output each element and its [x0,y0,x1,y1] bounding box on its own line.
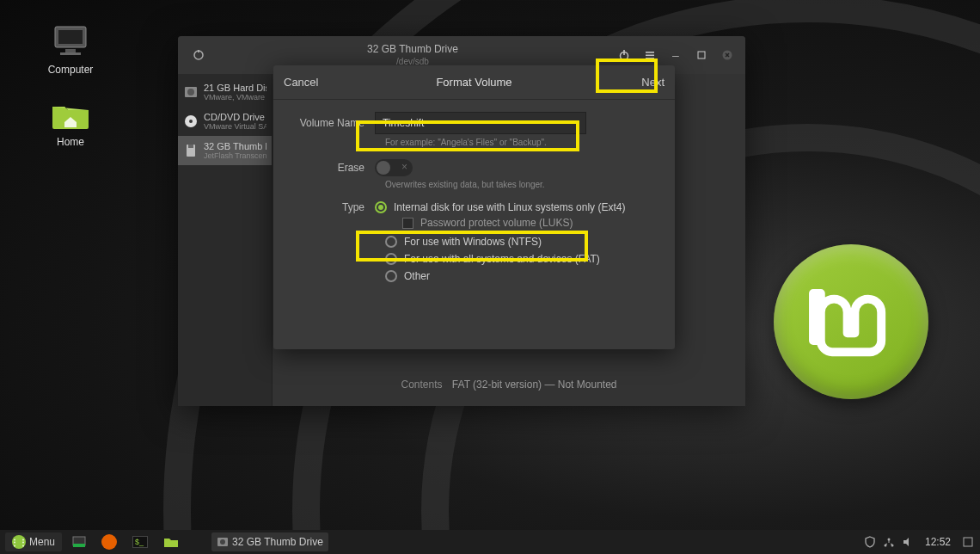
checkbox-luks[interactable] [402,218,413,229]
svg-point-22 [220,539,225,545]
firefox-launcher[interactable] [96,532,122,551]
hamburger-icon[interactable] [639,44,661,66]
close-icon[interactable] [716,44,738,66]
svg-rect-1 [58,30,83,44]
svg-point-16 [189,120,193,123]
contents-label: Contents [401,379,442,391]
terminal-launcher[interactable]: $_ [127,532,153,551]
mint-logo-wallpaper [774,244,928,399]
tray-session-icon[interactable] [961,535,975,549]
taskbar-entry-disks[interactable]: 32 GB Thumb Drive [211,532,328,551]
disc-icon [183,114,199,129]
desktop-icon-label: Home [57,136,84,148]
firefox-icon [101,534,117,550]
radio-ext4[interactable] [375,201,387,213]
computer-icon [50,24,91,60]
terminal-icon: $_ [132,536,148,548]
mint-menu-icon: ⋮⋮ [12,535,26,549]
desktop-icon [72,536,86,548]
disk-item-hdd[interactable]: 21 GB Hard DisVMware, VMware [178,77,272,107]
disk-sidebar: 21 GB Hard DisVMware, VMware CD/DVD Driv… [178,74,273,406]
svg-rect-20 [73,544,85,547]
hdd-icon [183,84,199,100]
dialog-title: Format Volume [352,76,596,89]
folder-home-icon [50,96,91,132]
svg-rect-18 [188,145,193,148]
power-icon[interactable] [613,44,635,66]
disks-icon [217,536,229,548]
radio-fat[interactable] [385,253,397,265]
svg-rect-8 [646,52,654,53]
svg-rect-11 [698,52,705,58]
volume-name-hint: For example: "Angela's Files" or "Backup… [385,138,658,147]
folder-icon [163,536,179,548]
disk-item-cdrom[interactable]: CD/DVD DriveVMware Virtual SA [178,107,272,136]
svg-rect-26 [964,538,972,546]
tray-shield-icon[interactable] [863,535,877,549]
volume-name-input[interactable] [375,112,586,134]
volume-name-label: Volume Name [291,117,375,129]
maximize-icon[interactable] [690,44,713,66]
svg-rect-9 [646,55,654,57]
radio-other[interactable] [385,270,397,282]
window-title: 32 GB Thumb Drive [212,43,613,57]
clock[interactable]: 12:52 [920,532,956,551]
app-menu-icon[interactable] [187,44,210,66]
option-other: Other [404,270,430,282]
svg-rect-7 [623,50,625,55]
tray-volume-icon[interactable] [901,535,915,549]
svg-rect-10 [646,58,654,59]
option-ext4: Internal disk for use with Linux systems… [394,201,625,213]
files-launcher[interactable] [158,532,184,551]
menu-button[interactable]: ⋮⋮ Menu [5,532,62,551]
desktop-icon-home[interactable]: Home [36,96,105,148]
show-desktop-button[interactable] [67,532,91,551]
svg-point-14 [187,89,194,95]
svg-rect-2 [65,49,76,52]
desktop-icon-computer[interactable]: Computer [36,24,105,76]
disk-item-thumb[interactable]: 32 GB Thumb DJetFlash Transcen [178,136,272,165]
option-fat: For use with all systems and devices (FA… [404,253,600,265]
format-volume-dialog: Cancel Format Volume Next Volume Name Fo… [273,65,675,349]
minimize-icon[interactable]: – [665,44,687,66]
next-button[interactable]: Next [596,76,665,89]
contents-value: FAT (32-bit version) — Not Mounted [452,379,617,391]
desktop-icon-label: Computer [48,64,94,76]
option-luks: Password protect volume (LUKS) [420,217,573,229]
svg-rect-3 [60,52,81,55]
usb-icon [183,143,199,158]
cancel-button[interactable]: Cancel [284,76,352,89]
radio-ntfs[interactable] [385,236,397,248]
tray-network-icon[interactable] [882,535,896,549]
svg-rect-5 [198,50,199,52]
taskbar: ⋮⋮ Menu $_ 32 GB Thumb Drive 12:52 [0,530,980,554]
erase-hint: Overwrites existing data, but takes long… [385,180,658,189]
erase-toggle[interactable]: × [375,159,413,176]
type-label: Type [291,201,375,213]
erase-label: Erase [291,162,375,174]
option-ntfs: For use with Windows (NTFS) [404,236,542,248]
